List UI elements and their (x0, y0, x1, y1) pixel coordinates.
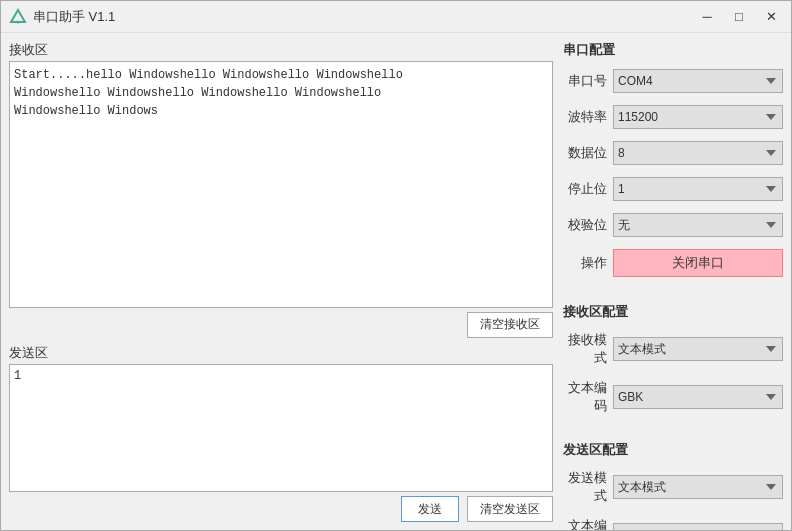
close-button[interactable]: ✕ (759, 7, 783, 27)
send-button[interactable]: 发送 (401, 496, 459, 522)
close-port-button[interactable]: 关闭串口 (613, 249, 783, 277)
left-panel: 接收区 清空接收区 发送区 发送 清空发送区 (9, 41, 553, 522)
send-enc-label: 文本编码 (563, 517, 607, 530)
send-area-container: 发送区 发送 清空发送区 (9, 344, 553, 522)
data-bits-row: 数据位 8 (563, 141, 783, 165)
serial-config-title: 串口配置 (563, 41, 783, 59)
port-select[interactable]: COM4 (613, 69, 783, 93)
stop-label: 停止位 (563, 180, 607, 198)
operation-row: 操作 关闭串口 (563, 249, 783, 277)
right-panel: 串口配置 串口号 COM4 波特率 115200 数据位 8 (563, 41, 783, 522)
parity-select[interactable]: 无 (613, 213, 783, 237)
port-label: 串口号 (563, 72, 607, 90)
baud-label: 波特率 (563, 108, 607, 126)
send-textarea[interactable] (9, 364, 553, 492)
receive-textarea[interactable] (9, 61, 553, 308)
svg-point-1 (17, 20, 20, 23)
send-config-title: 发送区配置 (563, 441, 783, 459)
stop-select[interactable]: 1 (613, 177, 783, 201)
send-enc-select[interactable]: GBK (613, 523, 783, 530)
receive-enc-row: 文本编码 GBK (563, 379, 783, 415)
send-mode-label: 发送模式 (563, 469, 607, 505)
svg-marker-0 (11, 10, 25, 22)
receive-bottom: 清空接收区 (9, 312, 553, 338)
main-content: 接收区 清空接收区 发送区 发送 清空发送区 串口配置 串口号 (1, 33, 791, 530)
app-title: 串口助手 V1.1 (33, 8, 115, 26)
main-window: 串口助手 V1.1 ─ □ ✕ 接收区 清空接收区 发送区 (0, 0, 792, 531)
send-enc-row: 文本编码 GBK (563, 517, 783, 530)
maximize-button[interactable]: □ (727, 7, 751, 27)
parity-row: 校验位 无 (563, 213, 783, 237)
data-label: 数据位 (563, 144, 607, 162)
receive-enc-select[interactable]: GBK (613, 385, 783, 409)
port-row: 串口号 COM4 (563, 69, 783, 93)
baud-select[interactable]: 115200 (613, 105, 783, 129)
data-select[interactable]: 8 (613, 141, 783, 165)
clear-receive-button[interactable]: 清空接收区 (467, 312, 553, 338)
send-bottom: 发送 清空发送区 (9, 496, 553, 522)
receive-section-label: 接收区 (9, 41, 553, 59)
title-bar-controls: ─ □ ✕ (695, 7, 783, 27)
parity-label: 校验位 (563, 216, 607, 234)
receive-mode-label: 接收模式 (563, 331, 607, 367)
op-label: 操作 (563, 254, 607, 272)
receive-enc-label: 文本编码 (563, 379, 607, 415)
stop-bits-row: 停止位 1 (563, 177, 783, 201)
send-section-label: 发送区 (9, 344, 553, 362)
receive-mode-select[interactable]: 文本模式 (613, 337, 783, 361)
app-icon (9, 8, 27, 26)
title-bar-left: 串口助手 V1.1 (9, 8, 115, 26)
baud-row: 波特率 115200 (563, 105, 783, 129)
send-mode-select[interactable]: 文本模式 (613, 475, 783, 499)
minimize-button[interactable]: ─ (695, 7, 719, 27)
receive-mode-row: 接收模式 文本模式 (563, 331, 783, 367)
clear-send-button[interactable]: 清空发送区 (467, 496, 553, 522)
title-bar: 串口助手 V1.1 ─ □ ✕ (1, 1, 791, 33)
receive-area-container: 接收区 清空接收区 (9, 41, 553, 338)
send-mode-row: 发送模式 文本模式 (563, 469, 783, 505)
receive-config-title: 接收区配置 (563, 303, 783, 321)
